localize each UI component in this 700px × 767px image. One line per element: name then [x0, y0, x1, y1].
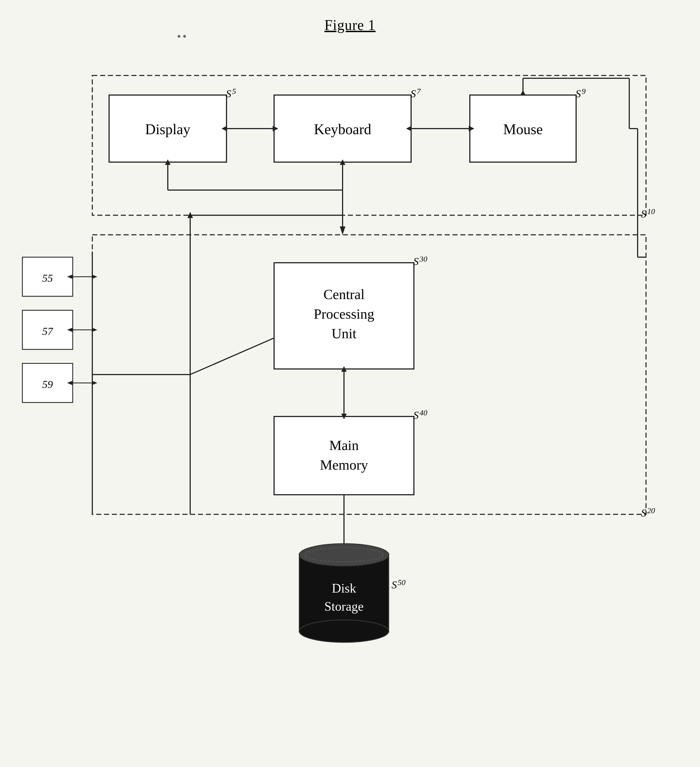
- svg-text:40: 40: [419, 408, 427, 417]
- svg-marker-58: [92, 328, 97, 332]
- svg-marker-53: [92, 274, 97, 279]
- svg-marker-63: [92, 381, 97, 385]
- svg-text:Main: Main: [329, 438, 359, 453]
- svg-text:30: 30: [419, 255, 427, 263]
- svg-text:Memory: Memory: [320, 457, 368, 473]
- diagram-svg: Display S 5 Keyboard S 7 Mouse S 9 S 10: [0, 0, 700, 767]
- svg-text:Central: Central: [323, 286, 364, 302]
- svg-point-84: [183, 35, 186, 38]
- svg-text:50: 50: [398, 578, 405, 587]
- svg-marker-30: [520, 90, 526, 95]
- svg-text:Display: Display: [145, 121, 190, 137]
- svg-text:Processing: Processing: [314, 306, 375, 322]
- svg-text:10: 10: [647, 207, 655, 216]
- svg-text:Disk: Disk: [332, 581, 356, 595]
- svg-point-70: [299, 544, 389, 566]
- svg-line-82: [190, 338, 274, 374]
- svg-text:S: S: [411, 88, 416, 100]
- svg-text:55: 55: [42, 272, 53, 284]
- svg-point-83: [178, 35, 180, 38]
- svg-text:S: S: [576, 88, 581, 100]
- svg-text:S: S: [392, 579, 397, 590]
- svg-text:Keyboard: Keyboard: [314, 121, 371, 137]
- svg-text:S: S: [641, 507, 646, 519]
- svg-text:S: S: [413, 409, 419, 421]
- svg-text:59: 59: [42, 379, 53, 390]
- svg-marker-22: [340, 226, 345, 235]
- svg-point-71: [299, 620, 389, 642]
- svg-text:9: 9: [582, 87, 586, 95]
- svg-text:Unit: Unit: [332, 326, 357, 341]
- svg-text:7: 7: [417, 87, 421, 95]
- svg-text:Storage: Storage: [324, 599, 364, 614]
- svg-text:S: S: [641, 208, 646, 220]
- svg-text:5: 5: [232, 87, 236, 95]
- svg-text:S: S: [413, 256, 419, 267]
- svg-rect-40: [274, 417, 414, 495]
- svg-text:20: 20: [647, 506, 655, 515]
- svg-text:57: 57: [42, 325, 53, 337]
- svg-text:S: S: [226, 88, 231, 100]
- svg-text:Mouse: Mouse: [503, 121, 543, 137]
